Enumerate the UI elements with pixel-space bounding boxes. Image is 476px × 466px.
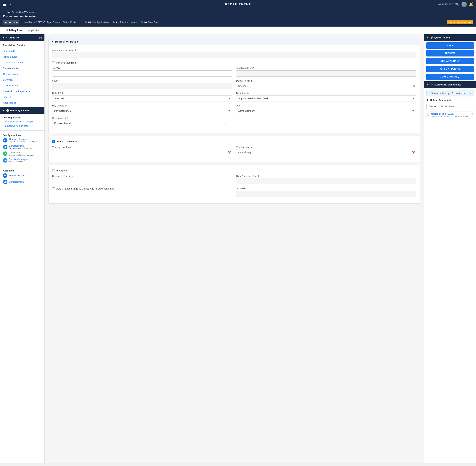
- total-fte-group: Total FTE --: [236, 187, 416, 197]
- job-title-group: Job Title * Specialist: [52, 67, 232, 77]
- save-button[interactable]: SAVE: [426, 42, 474, 49]
- tab-applications[interactable]: Applications: [25, 27, 45, 34]
- hamburger-icon[interactable]: ☰: [3, 2, 6, 7]
- page-title: Production Line Assistant: [3, 14, 473, 19]
- total-apps-count: 32: [116, 21, 119, 24]
- vis-date-from-input[interactable]: 12-19-2019: [52, 149, 232, 155]
- close-job-req-button[interactable]: CLOSE JOB REQ.: [426, 74, 474, 80]
- tab-job-req-info[interactable]: Job Req. Info: [3, 27, 25, 34]
- nav-link-requisition-details[interactable]: Requisition Details: [0, 42, 44, 48]
- job-select[interactable]: Acme Company: [236, 108, 416, 114]
- nav-link-custom-fields[interactable]: Custom Fields: [0, 83, 44, 88]
- next-page-button[interactable]: ▶: [16, 21, 18, 24]
- recent-job-req-1[interactable]: Production Line Engineer: [0, 124, 44, 128]
- info-banner-close[interactable]: ✕: [469, 92, 472, 95]
- default-job-group: Default Job Specialist: [52, 92, 232, 102]
- upload-icon: ⬆: [426, 99, 428, 102]
- requisition-details-header[interactable]: ▼ Requisition Details: [49, 38, 420, 45]
- nav-link-requirements[interactable]: Requirements: [0, 65, 44, 71]
- job-applications-label: Job Applications: [0, 133, 44, 137]
- doc-delete-button[interactable]: 🗑: [471, 113, 474, 116]
- recently-visited-collapse-icon: ▼: [3, 109, 5, 112]
- nav-dropdown-icon[interactable]: ▼: [9, 3, 12, 6]
- total-apps-label: Total Applications: [120, 21, 137, 23]
- recent-job-apps-section: Job Applications TS Thomas Stevens Custo…: [0, 131, 44, 165]
- jump-to-collapse-icon[interactable]: ▼: [3, 37, 5, 39]
- template-label: Job Requisition Template: [52, 49, 416, 51]
- auto-change-checkbox[interactable]: [52, 187, 55, 190]
- job-app-3[interactable]: CH Christina Hannigan Sales Executive: [0, 157, 44, 164]
- notification-bell[interactable]: 🔔: [469, 2, 473, 7]
- upload-row: ⬆ Upload Document: [426, 99, 474, 102]
- default-position-input[interactable]: [236, 83, 416, 89]
- right-sidebar: ▼ ⚡ Quick Actions SAVE PREVIEW ADD APPLI…: [424, 34, 476, 463]
- nav-link-career-portal[interactable]: Career Portal Page Links: [0, 88, 44, 94]
- template-input[interactable]: --: [52, 52, 416, 58]
- total-fte-input: --: [236, 191, 416, 197]
- job-requisitions-label: Job Requisitions: [0, 115, 44, 119]
- days-open-count: 60: [144, 21, 147, 24]
- applicant-0[interactable]: TS Thomas Stevens: [0, 173, 44, 179]
- company-ein-select[interactable]: Kronos - Lowell: [52, 120, 227, 126]
- job-group: Job Acme Company: [236, 105, 416, 114]
- vis-date-to-input[interactable]: [236, 149, 416, 155]
- nav-link-job-details[interactable]: Job Details: [0, 48, 44, 54]
- openings-row: Number Of Openings Hired Applicants Coun…: [52, 175, 416, 184]
- days-open-indicator: [141, 21, 143, 23]
- default-job-label: Default Job: [52, 92, 232, 94]
- job-req-id-input[interactable]: 12160: [236, 70, 416, 77]
- nav-link-compensation[interactable]: Compensation: [0, 71, 44, 77]
- choose-file-button[interactable]: Choose: [426, 104, 439, 109]
- applicants-section: Applicants TS Thomas Stevens BR Brett Ro…: [0, 167, 44, 186]
- num-openings-group: Number Of Openings: [52, 175, 232, 184]
- recent-job-reqs-section: Job Requisitions Customer Assistance Man…: [0, 114, 44, 130]
- back-to-standard-button[interactable]: Back to Standard View: [447, 20, 473, 25]
- avatar[interactable]: [462, 2, 467, 7]
- job-app-2[interactable]: CC Cam Carter Customer Success Manager: [0, 150, 44, 157]
- quick-actions-title: Quick Actions: [434, 36, 451, 39]
- doc-meta: Created: 07/30/2020 by Charusmitha Ram: [431, 115, 470, 117]
- departments-select[interactable]: Support Services/Help Desk: [236, 95, 416, 102]
- add-applicant-button[interactable]: ADD APPLICANT: [426, 58, 474, 64]
- status-visibility-card: Status & Visibility Visibility Date From…: [48, 136, 420, 162]
- doc-name[interactable]: JobReq-doc.pdf (99.2K): [431, 113, 470, 115]
- search-icon[interactable]: 🔍: [455, 2, 459, 7]
- pay-categories-group: Pay Categories Pay Category 1: [52, 105, 232, 114]
- pay-categories-select[interactable]: Pay Category 1: [52, 108, 232, 114]
- job-title-input[interactable]: Specialist: [52, 70, 232, 77]
- supporting-docs-collapse-icon[interactable]: ▼: [427, 83, 429, 86]
- num-openings-input[interactable]: [52, 178, 232, 184]
- hired-applicants-group: Hired Applicants Count 0: [236, 175, 416, 184]
- nav-link-hiring-stages[interactable]: Hiring Stages: [0, 54, 44, 60]
- back-link[interactable]: ← Job Requisition Workspace: [3, 11, 473, 14]
- status-visibility-label: Status & Visibility: [56, 140, 77, 143]
- notify-applicant-button[interactable]: NOTIFY APPLICANT: [426, 66, 474, 72]
- preview-button[interactable]: PREVIEW: [426, 50, 474, 57]
- nav-right-icons: 04:33 PM EST 🔍 🔔: [439, 2, 473, 7]
- applicant-1[interactable]: BR Brett Robinson: [0, 179, 44, 185]
- resume-required-checkbox[interactable]: [52, 61, 55, 64]
- status-visibility-checkbox[interactable]: [52, 140, 55, 143]
- calendar-from-icon[interactable]: 📅: [228, 151, 231, 154]
- nav-link-summary[interactable]: Summary: [0, 77, 44, 83]
- calendar-to-icon[interactable]: 📅: [412, 151, 415, 154]
- evergreen-checkbox[interactable]: [52, 169, 55, 172]
- nav-link-applications[interactable]: Applications: [0, 100, 44, 106]
- nav-link-equest[interactable]: eQuest: [0, 94, 44, 100]
- departments-label: Departments: [236, 92, 416, 94]
- days-open-label: Days Open: [148, 21, 159, 23]
- default-job-select[interactable]: Specialist: [52, 95, 232, 102]
- recent-job-req-0[interactable]: Customer Assistance Manager: [0, 119, 44, 124]
- prev-page-button[interactable]: ◀: [4, 21, 7, 24]
- recently-visited-header[interactable]: ▼ 🕐 Recently Visited: [0, 107, 44, 114]
- collapse-right-icon[interactable]: |◀: [39, 36, 42, 39]
- vis-date-from-wrapper: 12-19-2019 📅: [52, 149, 232, 155]
- job-title-row: Job Title * Specialist Job Requisition I…: [52, 67, 416, 77]
- job-app-0[interactable]: TS Thomas Stevens Customer Assistance Ma…: [0, 137, 44, 144]
- quick-actions-collapse-icon[interactable]: ▼: [427, 36, 429, 39]
- nav-link-contact-info[interactable]: Contact Information: [0, 60, 44, 65]
- no-file-text: No file chosen: [441, 105, 455, 108]
- job-app-1[interactable]: BR Brett Robinson Production Line Engine…: [0, 144, 44, 150]
- evergreen-card: Evergreen Number Of Openings Hired Appli…: [48, 165, 420, 204]
- document-item: 📄 JobReq-doc.pdf (99.2K) Created: 07/30/…: [426, 111, 474, 118]
